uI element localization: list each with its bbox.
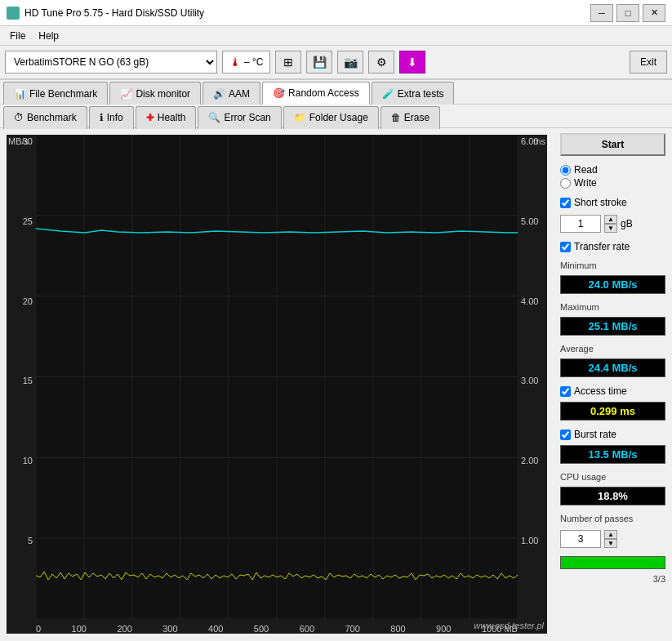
- write-label: Write: [574, 177, 597, 189]
- file-benchmark-label: File Benchmark: [29, 88, 97, 100]
- passes-row: ▲ ▼: [560, 530, 665, 548]
- window-controls: ─ □ ✕: [590, 4, 665, 22]
- burst-rate-checkbox[interactable]: [560, 430, 571, 440]
- y-axis-left: 30 25 20 15 10 5: [7, 135, 36, 617]
- error-scan-label: Error Scan: [224, 112, 270, 123]
- cpu-usage-label: CPU usage: [560, 472, 665, 482]
- toolbar: VerbatimSTORE N GO (63 gB) 🌡 – °C ⊞ 💾 📷 …: [0, 46, 672, 80]
- tab-aam[interactable]: 🔊 AAM: [202, 82, 260, 105]
- app-title: HD Tune Pro 5.75 - Hard Disk/SSD Utility: [24, 7, 204, 19]
- file-benchmark-icon: 📊: [14, 88, 26, 100]
- aam-label: AAM: [229, 88, 250, 100]
- progress-label: 3/3: [560, 574, 665, 584]
- benchmark-icon: ⏱: [14, 112, 24, 123]
- extra-tests-label: Extra tests: [398, 88, 444, 100]
- tab-folder-usage[interactable]: 📁 Folder Usage: [283, 106, 379, 129]
- chart-container: MB/s ms 30 25 20 15 10 5 6.00 5.00 4.00 …: [7, 135, 547, 634]
- average-label: Average: [560, 344, 665, 354]
- copy-button[interactable]: ⊞: [275, 51, 301, 73]
- tab-disk-monitor[interactable]: 📈 Disk monitor: [109, 82, 201, 105]
- start-button[interactable]: Start: [560, 133, 665, 156]
- access-time-value: 0.299 ms: [560, 402, 665, 421]
- passes-up[interactable]: ▲: [604, 530, 617, 539]
- tab-error-scan[interactable]: 🔍 Error Scan: [198, 106, 281, 129]
- random-access-icon: 🎯: [273, 87, 285, 99]
- transfer-rate-checkbox[interactable]: [560, 242, 571, 252]
- error-scan-icon: 🔍: [208, 112, 220, 123]
- benchmark-label: Benchmark: [27, 112, 77, 123]
- read-option[interactable]: Read: [560, 164, 665, 176]
- short-stroke-unit: gB: [621, 218, 633, 229]
- menu-bar: File Help: [0, 26, 672, 46]
- tab-extra-tests[interactable]: 🧪 Extra tests: [372, 82, 455, 105]
- y-axis-right: 6.00 5.00 4.00 3.00 2.00 1.00: [518, 135, 547, 617]
- screenshot-button[interactable]: 📷: [337, 51, 363, 73]
- aam-icon: 🔊: [213, 88, 225, 100]
- transfer-rate-label: Transfer rate: [574, 241, 630, 252]
- info-icon: ℹ: [100, 112, 104, 123]
- minimize-button[interactable]: ─: [590, 4, 613, 22]
- close-button[interactable]: ✕: [643, 4, 665, 22]
- health-icon: ✚: [146, 112, 154, 123]
- short-stroke-label: Short stroke: [574, 197, 627, 208]
- access-time-label: Access time: [574, 385, 627, 397]
- access-time-option[interactable]: Access time: [560, 385, 665, 397]
- tab-health[interactable]: ✚ Health: [136, 106, 197, 129]
- random-access-label: Random Access: [288, 87, 359, 99]
- tab-info[interactable]: ℹ Info: [89, 106, 134, 129]
- health-label: Health: [158, 112, 186, 123]
- passes-label: Number of passes: [560, 514, 665, 523]
- short-stroke-up[interactable]: ▲: [604, 215, 617, 224]
- download-button[interactable]: ⬇: [399, 51, 425, 73]
- write-radio[interactable]: [560, 178, 571, 189]
- tab-erase[interactable]: 🗑 Erase: [381, 106, 440, 129]
- passes-down[interactable]: ▼: [604, 539, 617, 548]
- extra-tests-icon: 🧪: [382, 88, 394, 100]
- exit-button[interactable]: Exit: [630, 51, 667, 73]
- folder-usage-icon: 📁: [294, 112, 306, 123]
- minimum-value: 24.0 MB/s: [560, 275, 665, 294]
- tabs-row-2: ⏱ Benchmark ℹ Info ✚ Health 🔍 Error Scan…: [0, 104, 672, 128]
- chart-svg: [36, 135, 518, 619]
- menu-file[interactable]: File: [3, 29, 32, 43]
- erase-label: Erase: [404, 112, 429, 123]
- minimum-label: Minimum: [560, 260, 665, 270]
- access-time-checkbox[interactable]: [560, 386, 571, 397]
- read-radio[interactable]: [560, 165, 571, 176]
- save-button[interactable]: 💾: [306, 51, 332, 73]
- read-write-group: Read Write: [560, 164, 665, 189]
- menu-help[interactable]: Help: [32, 29, 65, 43]
- write-option[interactable]: Write: [560, 177, 665, 189]
- burst-rate-option[interactable]: Burst rate: [560, 429, 665, 440]
- tab-file-benchmark[interactable]: 📊 File Benchmark: [3, 82, 108, 105]
- temperature-value: – °C: [244, 56, 263, 68]
- maximize-button[interactable]: □: [616, 4, 639, 22]
- erase-icon: 🗑: [391, 112, 401, 123]
- temperature-display: 🌡 – °C: [222, 51, 270, 73]
- short-stroke-spinners: ▲ ▼: [604, 215, 617, 233]
- progress-bar-fill: [561, 557, 665, 568]
- thermometer-icon: 🌡: [229, 56, 241, 69]
- tab-benchmark[interactable]: ⏱ Benchmark: [3, 106, 87, 129]
- progress-bar-container: [560, 556, 665, 569]
- maximum-value: 25.1 MB/s: [560, 317, 665, 336]
- passes-input[interactable]: [560, 530, 601, 548]
- disk-monitor-icon: 📈: [120, 88, 132, 100]
- short-stroke-value-row: ▲ ▼ gB: [560, 215, 665, 233]
- short-stroke-checkbox[interactable]: [560, 198, 571, 208]
- short-stroke-option[interactable]: Short stroke: [560, 197, 665, 208]
- tab-random-access[interactable]: 🎯 Random Access: [262, 82, 370, 105]
- short-stroke-down[interactable]: ▼: [604, 224, 617, 233]
- burst-rate-value: 13.5 MB/s: [560, 445, 665, 464]
- transfer-rate-option[interactable]: Transfer rate: [560, 241, 665, 252]
- average-value: 24.4 MB/s: [560, 358, 665, 377]
- watermark: www.ssd-tester.pl: [474, 621, 544, 630]
- disk-selector[interactable]: VerbatimSTORE N GO (63 gB): [5, 51, 217, 73]
- short-stroke-input[interactable]: [560, 215, 601, 233]
- maximum-label: Maximum: [560, 302, 665, 312]
- info-label: Info: [107, 112, 123, 123]
- tabs-row-1: 📊 File Benchmark 📈 Disk monitor 🔊 AAM 🎯 …: [0, 80, 672, 105]
- passes-spinners: ▲ ▼: [604, 530, 617, 548]
- main-content: MB/s ms 30 25 20 15 10 5 6.00 5.00 4.00 …: [0, 128, 672, 640]
- settings-button[interactable]: ⚙: [368, 51, 394, 73]
